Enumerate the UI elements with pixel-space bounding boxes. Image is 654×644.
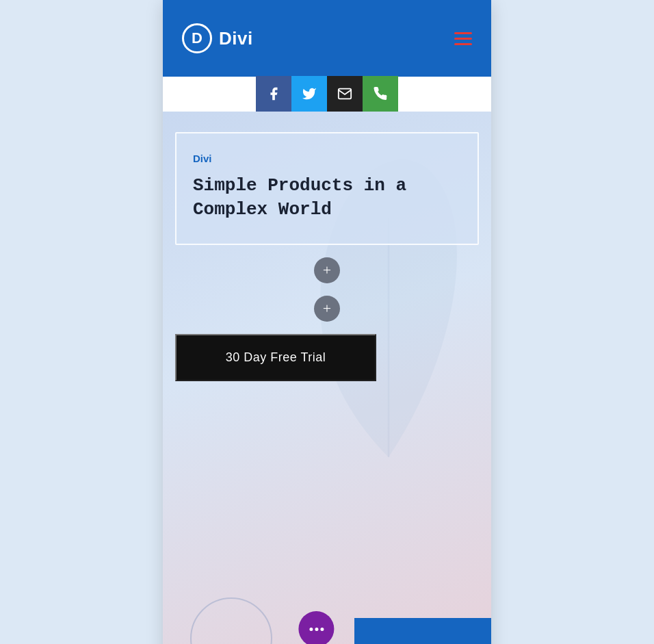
hamburger-line-1	[454, 32, 472, 34]
logo-icon: D	[182, 23, 212, 53]
card-brand-label: Divi	[193, 153, 461, 164]
page-wrapper: D Divi	[0, 0, 654, 644]
email-icon	[337, 86, 352, 101]
email-share-button[interactable]	[327, 76, 363, 112]
brand-name: Divi	[219, 28, 253, 49]
hamburger-menu-button[interactable]	[454, 32, 472, 45]
phone-icon	[373, 86, 388, 101]
card-title: Simple Products in a Complex World	[193, 174, 461, 222]
dot-2	[315, 628, 318, 631]
blue-rectangle-decoration	[354, 618, 491, 644]
twitter-icon	[302, 86, 317, 101]
main-content: Divi Simple Products in a Complex World …	[163, 112, 491, 644]
facebook-icon	[266, 86, 281, 101]
twitter-share-button[interactable]	[291, 76, 327, 112]
phone-frame: D Divi	[163, 0, 491, 644]
add-section-button-1[interactable]: +	[314, 257, 340, 283]
dot-1	[309, 628, 313, 631]
nav-bar: D Divi	[163, 0, 491, 77]
hamburger-line-2	[454, 38, 472, 40]
logo-area: D Divi	[182, 23, 253, 53]
add-section-button-2[interactable]: +	[314, 296, 340, 322]
side-panel-right	[490, 0, 654, 644]
dot-3	[320, 628, 324, 631]
facebook-share-button[interactable]	[256, 76, 291, 112]
side-panel-left	[0, 0, 127, 644]
phone-share-button[interactable]	[363, 76, 398, 112]
hamburger-line-3	[454, 43, 472, 45]
more-options-button[interactable]	[298, 611, 334, 644]
cta-trial-button[interactable]: 30 Day Free Trial	[175, 334, 376, 381]
circle-decoration	[190, 597, 272, 644]
social-share-bar	[163, 76, 491, 112]
hero-card: Divi Simple Products in a Complex World	[175, 132, 479, 245]
